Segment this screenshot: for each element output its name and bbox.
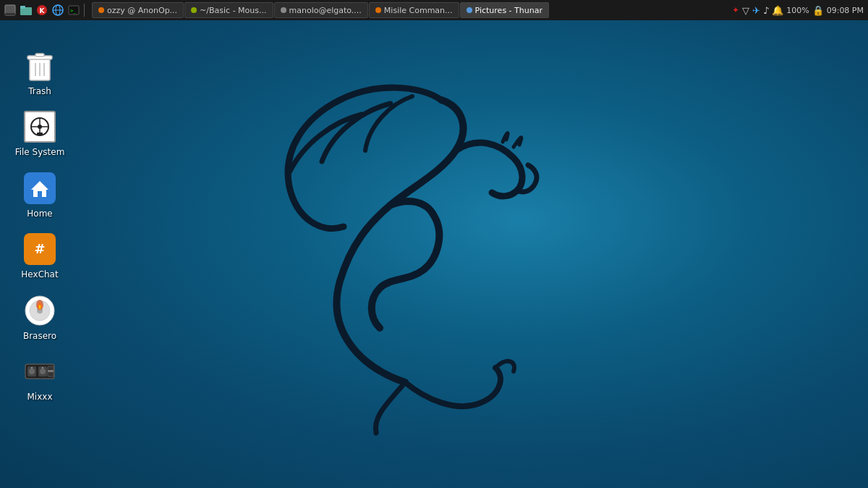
- svg-rect-21: [37, 132, 43, 135]
- svg-point-34: [40, 369, 46, 374]
- hexchat-icon[interactable]: # HexChat: [11, 229, 69, 282]
- brasero-label: Brasero: [23, 331, 56, 341]
- taskbar-tabs: ozzy @ AnonOp... ~/Basic - Mous... manol…: [89, 2, 728, 18]
- brasero-icon-image: [22, 293, 57, 328]
- taskbar-tab-0[interactable]: ozzy @ AnonOp...: [92, 2, 184, 18]
- taskbar-tab-1[interactable]: ~/Basic - Mous...: [184, 2, 273, 18]
- taskbar: K >_ ozzy @ AnonOp... ~/Basic - Mous...: [0, 0, 868, 20]
- lock-icon[interactable]: 🔒: [812, 5, 824, 16]
- battery-level: 100%: [786, 6, 809, 15]
- svg-rect-38: [48, 370, 54, 372]
- svg-rect-3: [20, 6, 25, 9]
- tab-label-2: manolo@elgato....: [289, 6, 362, 15]
- filesystem-label: File System: [15, 147, 65, 157]
- taskbar-separator: [84, 4, 85, 17]
- notification-icon[interactable]: 🔔: [772, 5, 783, 16]
- home-icon-image: [22, 171, 57, 206]
- network-icon[interactable]: ▽: [742, 5, 749, 16]
- svg-point-33: [29, 369, 35, 374]
- trash-icon-image: [22, 49, 57, 83]
- tab-dot-3: [375, 7, 381, 13]
- filesystem-icon-image: [22, 109, 57, 144]
- tab-dot-2: [281, 7, 286, 13]
- filesystem-icon-bg: [24, 111, 56, 143]
- tab-dot-1: [191, 7, 197, 13]
- volume-icon[interactable]: ♪: [763, 5, 769, 16]
- kali-logo-icon: ✦: [732, 5, 739, 15]
- hexchat-label: HexChat: [21, 269, 58, 279]
- show-desktop-button[interactable]: [3, 3, 17, 17]
- home-label: Home: [27, 209, 52, 219]
- taskbar-tab-3[interactable]: Misile Comman...: [369, 2, 459, 18]
- desktop: Trash File System: [0, 20, 868, 488]
- tab-label-4: Pictures - Thunar: [475, 6, 542, 15]
- mixxx-icon-image: [22, 354, 57, 389]
- clock: 09:08 PM: [827, 6, 864, 15]
- tab-label-1: ~/Basic - Mous...: [200, 6, 266, 15]
- svg-text:>_: >_: [70, 8, 77, 14]
- taskbar-tab-2[interactable]: manolo@elgato....: [274, 2, 368, 18]
- filesystem-icon[interactable]: File System: [11, 106, 69, 160]
- app1-taskbar-icon[interactable]: K: [35, 3, 49, 17]
- trash-icon[interactable]: Trash: [11, 46, 69, 99]
- hexchat-icon-bg: #: [24, 233, 56, 265]
- tab-dot-4: [467, 7, 472, 13]
- terminal-taskbar-icon[interactable]: >_: [67, 3, 81, 17]
- mixxx-icon[interactable]: Mixxx: [11, 351, 69, 405]
- svg-text:K: K: [40, 7, 46, 14]
- hexchat-icon-image: #: [22, 232, 57, 266]
- tab-dot-0: [98, 7, 104, 13]
- telegram-icon[interactable]: ✈: [752, 5, 760, 16]
- mixxx-label: Mixxx: [27, 392, 53, 402]
- svg-rect-13: [35, 54, 44, 56]
- svg-rect-1: [5, 13, 15, 15]
- taskbar-right: ✦ ▽ ✈ ♪ 🔔 100% 🔒 09:08 PM: [728, 5, 868, 16]
- taskbar-tab-4[interactable]: Pictures - Thunar: [460, 2, 549, 18]
- svg-point-29: [39, 305, 41, 309]
- files-taskbar-icon[interactable]: [19, 3, 33, 17]
- home-icon[interactable]: Home: [11, 168, 69, 222]
- tab-label-0: ozzy @ AnonOp...: [107, 6, 177, 15]
- kali-dragon-logo: [217, 78, 593, 455]
- taskbar-left-icons: K >_: [0, 3, 89, 17]
- svg-marker-22: [31, 181, 48, 197]
- trash-label: Trash: [28, 86, 51, 96]
- browser-taskbar-icon[interactable]: [51, 3, 65, 17]
- tab-label-3: Misile Comman...: [384, 6, 453, 15]
- desktop-icons: Trash File System: [11, 46, 69, 405]
- brasero-icon[interactable]: Brasero: [11, 290, 69, 344]
- home-icon-bg: [24, 172, 56, 204]
- svg-text:#: #: [34, 241, 45, 256]
